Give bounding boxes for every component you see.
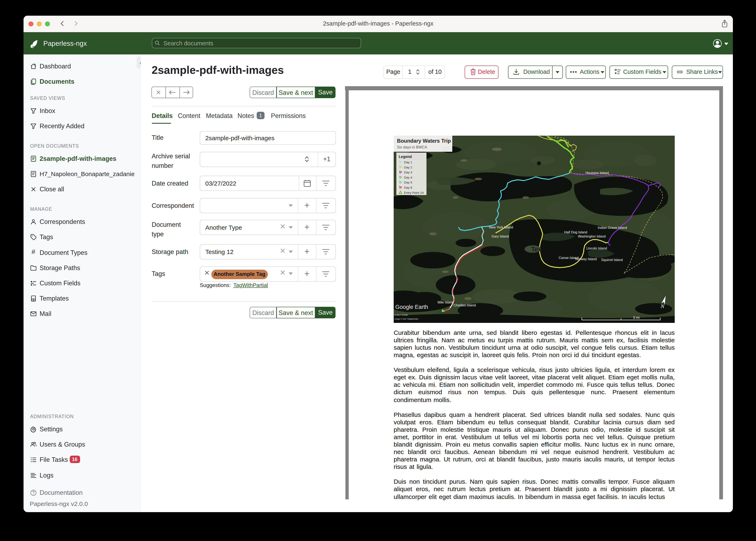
svg-text:© 2017 Google: © 2017 Google	[395, 313, 408, 316]
svg-text:N: N	[660, 303, 665, 309]
svg-text:Washington Island: Washington Island	[578, 235, 606, 238]
svg-text:Charlies Island: Charlies Island	[454, 303, 476, 307]
svg-text:3 mi: 3 mi	[633, 316, 640, 319]
svg-text:Google Earth: Google Earth	[395, 304, 428, 310]
svg-text:Day 2: Day 2	[404, 166, 412, 169]
svg-text:Six days in BWCA: Six days in BWCA	[397, 145, 427, 149]
svg-text:Day 6: Day 6	[404, 186, 412, 189]
svg-text:Legend: Legend	[399, 155, 412, 159]
svg-text:Hausons Island: Hausons Island	[586, 171, 609, 175]
svg-text:Day 1: Day 1	[404, 161, 412, 164]
svg-text:Half Dog Island: Half Dog Island	[564, 230, 587, 234]
svg-text:Image © 2017 DigitalGlobe: Image © 2017 DigitalGlobe	[395, 318, 418, 320]
svg-text:Gary Island: Gary Island	[491, 235, 509, 238]
svg-text:Lincoln Island: Lincoln Island	[586, 247, 607, 250]
svg-text:Day 4: Day 4	[404, 176, 412, 179]
svg-text:Mile Island: Mile Island	[438, 300, 454, 304]
svg-text:Norway Island: Norway Island	[575, 257, 597, 261]
svg-text:Boundary Waters Trip: Boundary Waters Trip	[397, 138, 451, 144]
svg-text:Entry Point 24: Entry Point 24	[404, 191, 424, 195]
svg-text:Squirrel Island: Squirrel Island	[601, 258, 623, 262]
svg-text:New York Island: New York Island	[489, 225, 513, 229]
svg-text:Day 5: Day 5	[404, 181, 412, 184]
svg-text:Text: Text	[531, 246, 543, 253]
svg-text:Indian Grave Island: Indian Grave Island	[598, 226, 627, 230]
svg-text:Day 3: Day 3	[404, 171, 412, 174]
